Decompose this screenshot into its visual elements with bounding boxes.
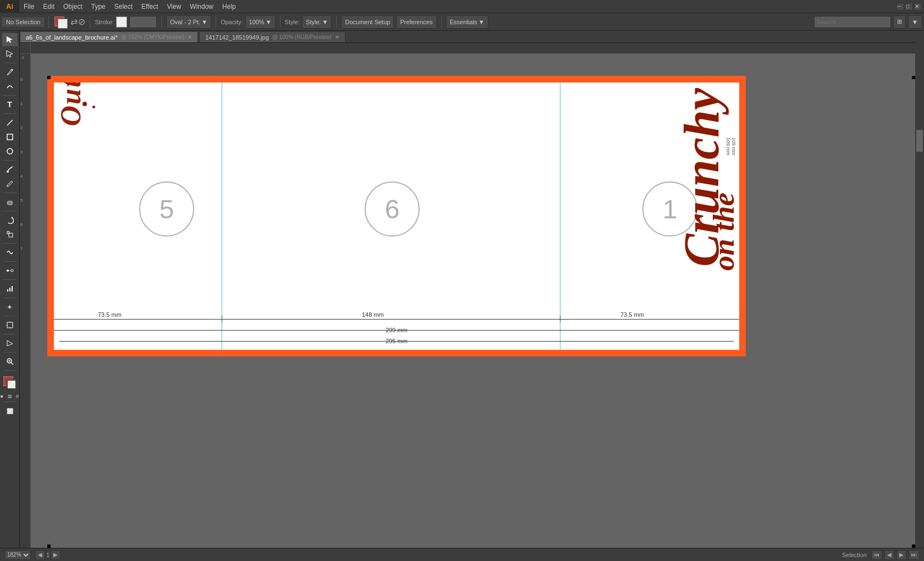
bleed-width-label: 295 mm	[386, 338, 408, 344]
scale-tool[interactable]	[2, 228, 18, 241]
workspace-dropdown[interactable]: Essentials▼	[446, 15, 488, 29]
svg-point-5	[7, 148, 13, 154]
dot-decoration-2	[92, 106, 95, 108]
pencil-tool[interactable]	[2, 177, 18, 190]
total-width-label: 299 mm	[386, 327, 408, 333]
zoom-select[interactable]: 182% 100% 50%	[4, 550, 31, 560]
stroke-swatch[interactable]	[58, 19, 68, 29]
svg-rect-4	[7, 134, 13, 140]
none-color-icon[interactable]: ⊘	[78, 16, 85, 27]
page-indicator: 1	[46, 552, 50, 558]
menu-window[interactable]: Window	[185, 0, 218, 13]
svg-point-2	[11, 69, 13, 71]
stroke-label: Stroke:	[95, 19, 114, 25]
svg-point-13	[11, 270, 13, 272]
menu-select[interactable]: Select	[110, 0, 137, 13]
rect-tool[interactable]	[2, 130, 18, 144]
direct-selection-tool[interactable]	[2, 47, 18, 61]
stroke-weight-input[interactable]	[129, 16, 157, 28]
selection-tool[interactable]	[2, 33, 18, 46]
arrange-button[interactable]: ⊞	[893, 15, 906, 29]
toolbar: No Selection ⇄ ⊘ Stroke: Oval - 2 Pt. ▼ …	[0, 13, 924, 31]
dim-label-right: 73.5 mm	[620, 311, 644, 318]
menu-edit[interactable]: Edit	[38, 0, 59, 13]
search-input[interactable]	[814, 16, 891, 28]
paintbrush-tool[interactable]	[2, 163, 18, 176]
scrollbar-thumb[interactable]	[916, 130, 923, 152]
maximize-button[interactable]: □	[905, 3, 913, 10]
playback-end[interactable]: ⏭	[909, 550, 920, 560]
page-circle-5: 5	[139, 182, 194, 237]
line-tool[interactable]	[2, 116, 18, 129]
change-screen-mode[interactable]: ⬜	[2, 404, 18, 417]
page-circle-6: 6	[365, 182, 420, 237]
menu-object[interactable]: Object	[59, 0, 87, 13]
arrange-dropdown[interactable]: ▼	[908, 15, 922, 29]
svg-rect-18	[7, 322, 13, 328]
preferences-button[interactable]: Preferences	[396, 15, 436, 29]
column-graph-tool[interactable]	[2, 282, 18, 295]
playback-next[interactable]: ▶	[897, 550, 906, 560]
close-button[interactable]: ✕	[914, 3, 922, 10]
height-109-annotation: 109 mm	[725, 138, 731, 156]
fill-stroke-indicator[interactable]	[2, 375, 18, 391]
style-dropdown[interactable]: Style: ▼	[302, 15, 332, 29]
artboard-inner: Outside... 5 6 1 Cru	[54, 82, 739, 350]
svg-marker-1	[7, 51, 13, 57]
slice-tool[interactable]	[2, 337, 18, 350]
svg-rect-17	[12, 286, 13, 292]
menu-effect[interactable]: Effect	[137, 0, 162, 13]
canvas-area[interactable]: // Will be done with HTML overlay 0 10 2…	[20, 43, 915, 548]
playback-prev[interactable]: ◀	[884, 550, 894, 560]
svg-rect-15	[7, 289, 8, 292]
ruler-top: // Will be done with HTML overlay 0 10 2…	[31, 43, 915, 54]
rotate-tool[interactable]	[2, 213, 18, 227]
dim-label-left: 73.5 mm	[98, 311, 122, 318]
artboard-outer: Outside... 5 6 1 Cru	[47, 76, 746, 356]
menu-file[interactable]: File	[19, 0, 38, 13]
tab-jpg[interactable]: 1417142_18519949.jpg @ 100% (RGB/Preview…	[199, 31, 345, 42]
opacity-dropdown[interactable]: 100% ▼	[245, 15, 276, 29]
scrollbar-vertical[interactable]	[915, 31, 924, 548]
svg-rect-16	[9, 288, 10, 292]
toolbox: T ✦	[0, 31, 20, 548]
fill-solid-mode[interactable]: ■	[0, 393, 6, 399]
ruler-corner	[20, 43, 31, 54]
tab-close-jpg[interactable]: ✕	[335, 34, 339, 40]
ellipse-tool[interactable]	[2, 145, 18, 158]
document-setup-button[interactable]: Document Setup	[341, 15, 394, 29]
outside-text: Outside...	[55, 82, 86, 127]
brush-dropdown[interactable]: Oval - 2 Pt. ▼	[166, 15, 211, 29]
stroke-color-swatch[interactable]	[116, 16, 127, 28]
tab-brochure[interactable]: a6_6s_of_landscape_brochure.ai* @ 182% (…	[20, 31, 198, 42]
symbol-sprayer-tool[interactable]: ✦	[2, 300, 18, 314]
menu-view[interactable]: View	[163, 0, 186, 13]
artboard-tool[interactable]	[2, 318, 18, 332]
svg-line-3	[7, 120, 13, 125]
svg-point-12	[7, 270, 9, 272]
zoom-tool[interactable]	[2, 355, 18, 368]
type-tool[interactable]: T	[2, 98, 18, 111]
curvature-tool[interactable]	[2, 80, 18, 93]
playback-start[interactable]: ⏮	[871, 550, 882, 560]
pen-tool[interactable]	[2, 65, 18, 79]
eraser-tool[interactable]	[2, 195, 18, 208]
menu-type[interactable]: Type	[87, 0, 110, 13]
blend-tool[interactable]	[2, 264, 18, 277]
swap-colors-icon[interactable]: ⇄	[70, 16, 78, 27]
svg-point-6	[7, 170, 9, 173]
artboard-container: Outside... 5 6 1 Cru	[31, 54, 915, 548]
ruler-left: -1 0 1 2 3 4 5 6 7	[20, 54, 31, 548]
svg-line-24	[11, 362, 13, 365]
svg-marker-0	[7, 36, 13, 43]
fill-gradient-mode[interactable]: ▨	[7, 393, 13, 399]
prev-page-button[interactable]: ◀	[35, 550, 45, 560]
tabs-row: a6_6s_of_landscape_brochure.ai* @ 182% (…	[20, 31, 915, 43]
warp-tool[interactable]	[2, 246, 18, 259]
next-page-button[interactable]: ▶	[51, 550, 61, 560]
minimize-button[interactable]: ─	[897, 3, 904, 10]
opacity-label: Opacity:	[221, 19, 243, 25]
tab-close-brochure[interactable]: ✕	[188, 34, 192, 40]
menu-help[interactable]: Help	[218, 0, 240, 13]
app-logo: Ai	[0, 0, 19, 13]
